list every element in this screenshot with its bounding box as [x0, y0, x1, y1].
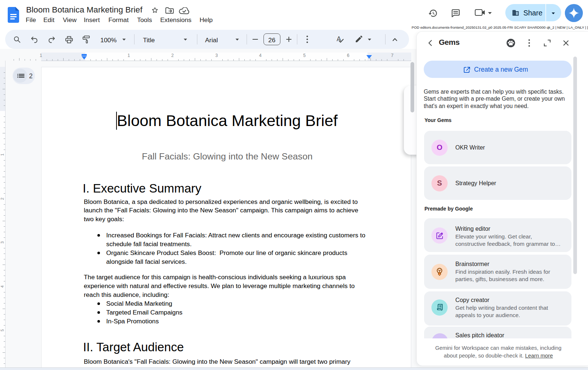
- svg-text:A: A: [337, 36, 341, 43]
